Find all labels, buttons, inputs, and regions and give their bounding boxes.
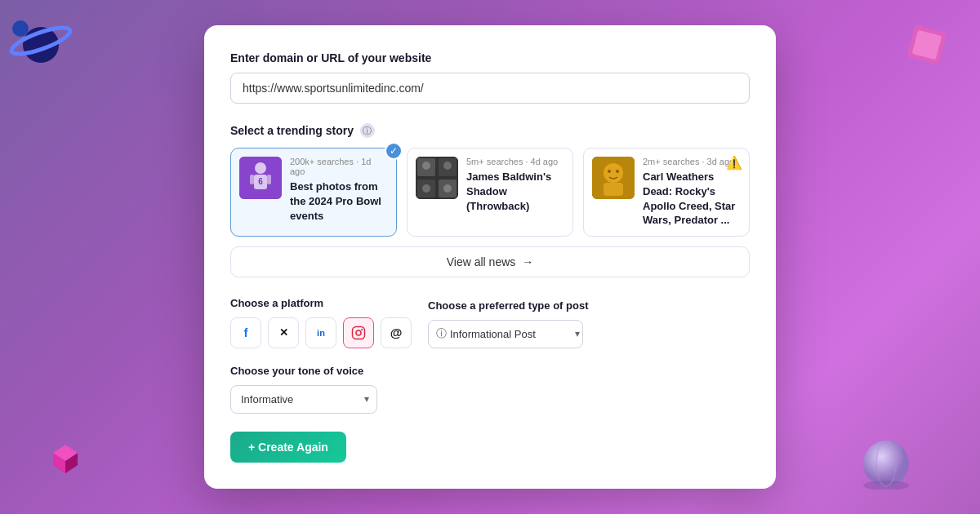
- url-input[interactable]: [230, 73, 750, 104]
- create-button-label: + Create Again: [248, 441, 328, 454]
- svg-point-34: [361, 328, 363, 330]
- svg-rect-17: [267, 175, 271, 184]
- svg-point-28: [604, 163, 623, 183]
- svg-point-25: [422, 184, 430, 193]
- story-card-1[interactable]: 6 200k+ searches · 1d ago Best photos fr…: [230, 148, 397, 236]
- post-type-label: Choose a preferred type of post: [428, 299, 588, 312]
- info-icon[interactable]: ⓘ: [360, 123, 375, 138]
- tone-dropdown-wrapper: Informative Casual Professional Humorous…: [230, 385, 377, 414]
- bg-sphere: [858, 432, 915, 490]
- story-img-3: [592, 157, 635, 199]
- svg-point-13: [255, 162, 266, 174]
- story-img-1: 6: [239, 157, 282, 199]
- svg-point-0: [23, 27, 59, 63]
- story-content-2: 5m+ searches · 4d ago James Baldwin's Sh…: [466, 157, 564, 213]
- selected-check-badge: ✓: [385, 142, 403, 160]
- story-meta-2: 5m+ searches · 4d ago: [466, 157, 564, 166]
- svg-point-26: [443, 184, 452, 193]
- facebook-button[interactable]: f: [230, 317, 261, 348]
- tone-select[interactable]: Informative Casual Professional Humorous…: [230, 385, 377, 414]
- svg-point-2: [12, 20, 29, 37]
- svg-point-9: [863, 441, 909, 486]
- view-all-label: View all news: [447, 255, 516, 268]
- story-card-2[interactable]: 5m+ searches · 4d ago James Baldwin's Sh…: [407, 148, 573, 236]
- story-img-2: [416, 157, 458, 199]
- trending-label: Select a trending story: [230, 124, 354, 137]
- svg-point-11: [876, 441, 896, 486]
- svg-point-24: [443, 162, 452, 170]
- post-type-select[interactable]: Informational Post Promotional Post Enga…: [428, 320, 583, 348]
- story-title-3: Carl Weathers Dead: Rocky's Apollo Creed…: [643, 170, 741, 227]
- controls-row: Choose a platform f ✕ in: [230, 297, 750, 414]
- tone-label: Choose your tone of voice: [230, 365, 377, 377]
- url-label: Enter domain or URL of your website: [230, 51, 750, 64]
- story-content-1: 200k+ searches · 1d ago Best photos from…: [290, 157, 388, 223]
- story-cards: 6 200k+ searches · 1d ago Best photos fr…: [230, 148, 750, 236]
- svg-point-31: [616, 170, 619, 173]
- post-type-dropdown-wrapper: ⓘ Informational Post Promotional Post En…: [428, 320, 588, 348]
- svg-text:6: 6: [258, 177, 263, 186]
- svg-marker-8: [53, 445, 78, 461]
- platform-label: Choose a platform: [230, 297, 412, 309]
- platform-group: Choose a platform f ✕ in: [230, 297, 412, 348]
- story-card-3[interactable]: 2m+ searches · 3d ago Carl Weathers Dead…: [583, 148, 750, 236]
- trending-header: Select a trending story ⓘ: [230, 123, 750, 138]
- view-all-button[interactable]: View all news →: [230, 246, 750, 277]
- svg-rect-3: [907, 25, 947, 65]
- view-all-arrow: →: [522, 255, 533, 268]
- bg-diamond: [898, 16, 956, 73]
- threads-button[interactable]: @: [381, 317, 412, 348]
- svg-rect-32: [353, 326, 365, 339]
- main-card: Enter domain or URL of your website Sele…: [204, 25, 776, 488]
- bg-planet: [8, 8, 74, 73]
- svg-marker-6: [53, 453, 65, 473]
- twitter-button[interactable]: ✕: [268, 317, 299, 348]
- instagram-button[interactable]: [343, 317, 374, 348]
- svg-point-1: [9, 23, 73, 60]
- linkedin-button[interactable]: in: [305, 317, 336, 348]
- svg-marker-7: [65, 453, 78, 473]
- svg-rect-29: [604, 183, 623, 196]
- story-meta-1: 200k+ searches · 1d ago: [290, 157, 388, 176]
- post-type-group: Choose a preferred type of post ⓘ Inform…: [428, 299, 588, 348]
- tone-group: Choose your tone of voice Informative Ca…: [230, 365, 377, 414]
- svg-point-23: [422, 162, 430, 170]
- story-title-1: Best photos from the 2024 Pro Bowl event…: [290, 179, 388, 223]
- svg-rect-16: [250, 175, 254, 184]
- story-title-2: James Baldwin's Shadow (Throwback): [466, 170, 564, 213]
- create-button[interactable]: + Create Again: [230, 432, 346, 463]
- warning-badge: ⚠️: [726, 155, 742, 171]
- svg-point-33: [356, 330, 361, 335]
- svg-marker-5: [53, 457, 78, 473]
- url-section: Enter domain or URL of your website: [230, 51, 750, 104]
- bg-cube: [41, 432, 90, 481]
- svg-rect-4: [912, 30, 942, 60]
- svg-point-30: [608, 170, 611, 173]
- svg-point-10: [863, 481, 909, 490]
- platform-buttons: f ✕ in: [230, 317, 412, 348]
